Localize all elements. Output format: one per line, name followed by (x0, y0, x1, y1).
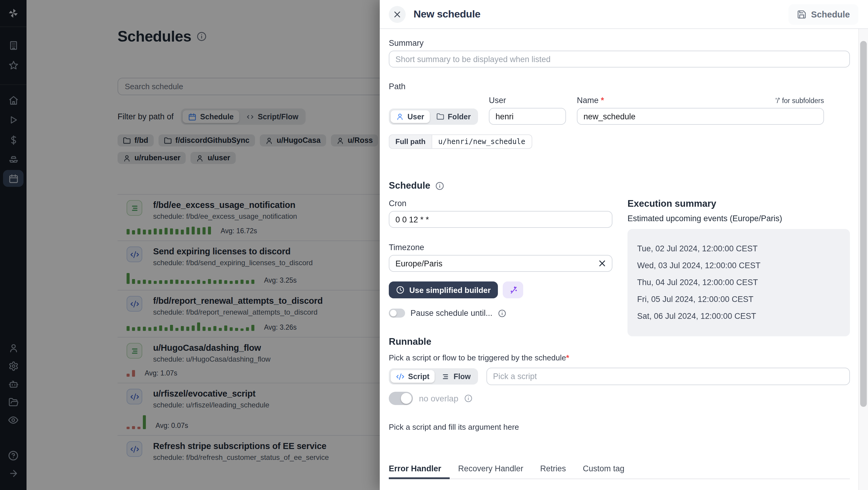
owner-toggle-user[interactable]: User (391, 110, 430, 123)
owner-toggle-user-label: User (407, 113, 424, 121)
drawer-scrollbar-thumb[interactable] (860, 41, 867, 407)
schedule-heading: Schedule (389, 180, 430, 191)
schedule-heading-row: Schedule (389, 180, 613, 191)
path-user-input[interactable] (489, 108, 566, 125)
upcoming-event: Tue, 02 Jul 2024, 12:00:00 CEST (637, 241, 840, 257)
path-name-field: Name * '/' for subfolders (577, 96, 824, 125)
tab-error-handler[interactable]: Error Handler (389, 464, 450, 479)
runnable-note: Pick a script and fill its argument here (389, 423, 850, 432)
drawer-body: Summary Path User Folder User (380, 38, 868, 490)
script-picker-input[interactable] (487, 368, 850, 385)
info-icon[interactable] (498, 309, 506, 317)
owner-toggle-folder[interactable]: Folder (431, 110, 476, 123)
info-icon[interactable] (464, 394, 473, 403)
no-overlap-toggle[interactable] (389, 392, 413, 405)
full-path-label: Full path (389, 134, 432, 149)
magic-wand-icon (508, 285, 518, 295)
no-overlap-row: no overlap (389, 392, 850, 405)
pause-schedule-label: Pause schedule until... (410, 309, 493, 318)
runnable-toggle-script[interactable]: Script (391, 370, 435, 383)
pause-schedule-row: Pause schedule until... (389, 309, 613, 318)
new-schedule-drawer: New schedule Schedule Summary Path User (380, 0, 868, 490)
info-icon[interactable] (435, 181, 444, 190)
required-asterisk: * (566, 353, 569, 362)
flow-icon (441, 372, 450, 380)
upcoming-event: Wed, 03 Jul 2024, 12:00:00 CEST (637, 257, 840, 274)
upcoming-events-panel: Tue, 02 Jul 2024, 12:00:00 CESTWed, 03 J… (627, 229, 850, 336)
full-path-row: Full path u/henri/new_schedule (389, 134, 532, 149)
runnable-description: Pick a script or flow to be triggered by… (389, 353, 850, 362)
drawer-header: New schedule Schedule (380, 0, 868, 29)
simplified-builder-label: Use simplified builder (409, 285, 491, 295)
timezone-input[interactable] (389, 255, 613, 272)
path-name-label: Name * (577, 96, 604, 105)
summary-label: Summary (389, 38, 850, 48)
summary-input[interactable] (389, 51, 850, 67)
drawer-scrollbar-track[interactable] (858, 0, 868, 490)
path-label: Path (389, 82, 850, 91)
app-window: Schedules Search schedule Filter by path… (0, 0, 868, 490)
runnable-picker-row: Script Flow (389, 368, 850, 385)
upcoming-event: Sat, 06 Jul 2024, 12:00:00 CEST (637, 308, 840, 325)
pause-schedule-toggle[interactable] (389, 309, 405, 318)
simplified-builder-button[interactable]: Use simplified builder (389, 281, 498, 298)
upcoming-event: Fri, 05 Jul 2024, 12:00:00 CEST (637, 291, 840, 308)
tab-retries[interactable]: Retries (532, 464, 575, 479)
upcoming-event: Thu, 04 Jul 2024, 12:00:00 CEST (637, 274, 840, 291)
path-row: User Folder User Name * (389, 96, 850, 125)
runnable-toggle-script-label: Script (408, 372, 430, 380)
save-icon (797, 9, 806, 19)
runnable-heading: Runnable (389, 336, 850, 347)
timezone-field (389, 255, 613, 272)
path-user-label: User (489, 96, 566, 105)
tab-recovery-handler[interactable]: Recovery Handler (450, 464, 532, 479)
execution-summary-column: Execution summary Estimated upcoming eve… (627, 198, 850, 336)
handler-tabs: Error HandlerRecovery HandlerRetriesCust… (389, 464, 850, 479)
path-user-field: User (489, 96, 566, 125)
no-overlap-label: no overlap (419, 394, 458, 403)
clock-icon (396, 286, 404, 294)
script-icon (396, 372, 404, 380)
owner-kind-toggle: User Folder (389, 109, 478, 125)
required-asterisk: * (601, 96, 604, 105)
runnable-toggle-flow-label: Flow (454, 372, 471, 380)
builder-buttons-row: Use simplified builder (389, 281, 613, 298)
runnable-toggle-flow[interactable]: Flow (436, 370, 476, 383)
owner-toggle-folder-label: Folder (448, 113, 471, 121)
drawer-title: New schedule (413, 8, 480, 20)
ai-wand-button[interactable] (503, 281, 523, 298)
tab-custom-tag[interactable]: Custom tag (575, 464, 633, 479)
execution-summary-subheading: Estimated upcoming events (Europe/Paris) (627, 214, 850, 223)
close-icon[interactable] (389, 6, 406, 23)
user-icon (396, 113, 404, 121)
timezone-label: Timezone (389, 243, 613, 252)
folder-icon (436, 113, 444, 121)
subfolder-hint: '/' for subfolders (775, 97, 824, 104)
cron-label: Cron (389, 199, 613, 208)
cron-input[interactable] (389, 211, 613, 228)
save-schedule-label: Schedule (811, 9, 850, 19)
schedule-left-column: Schedule Cron Timezone Use simplified bu… (389, 180, 613, 336)
clear-timezone-icon[interactable] (598, 259, 607, 268)
full-path-value: u/henri/new_schedule (432, 134, 532, 149)
path-name-input[interactable] (577, 108, 824, 125)
runnable-kind-toggle: Script Flow (389, 368, 478, 385)
execution-summary-heading: Execution summary (627, 198, 850, 209)
save-schedule-button[interactable]: Schedule (788, 4, 858, 24)
schedule-section: Schedule Cron Timezone Use simplified bu… (389, 180, 850, 336)
